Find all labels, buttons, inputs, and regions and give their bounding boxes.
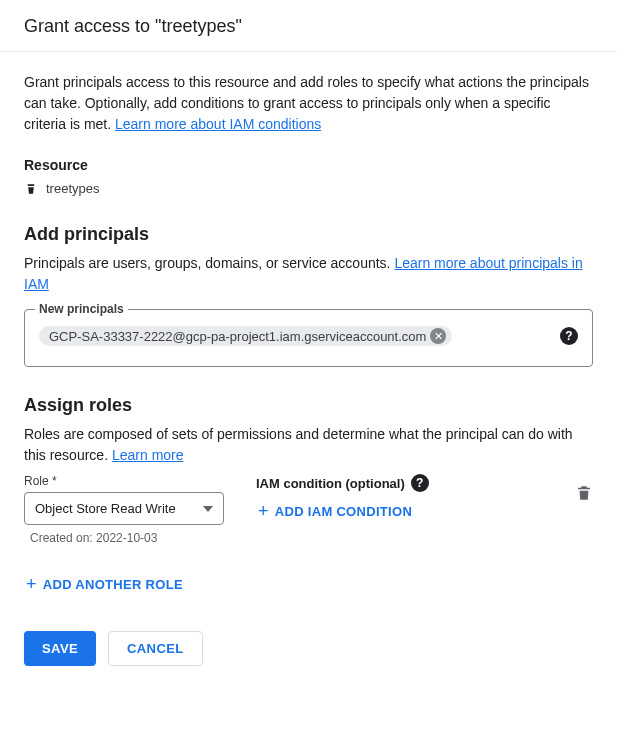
cancel-button[interactable]: CANCEL [108, 631, 203, 666]
principal-chip[interactable]: GCP-SA-33337-2222@gcp-pa-project1.iam.gs… [39, 326, 452, 346]
add-iam-condition-label: ADD IAM CONDITION [275, 504, 412, 519]
add-another-role-label: ADD ANOTHER ROLE [43, 577, 183, 592]
remove-chip-icon[interactable]: ✕ [430, 328, 446, 344]
roles-desc: Roles are composed of sets of permission… [24, 424, 593, 466]
assign-roles-heading: Assign roles [24, 395, 593, 416]
add-iam-condition-button[interactable]: + ADD IAM CONDITION [256, 498, 429, 524]
principals-desc-a: Principals are users, groups, domains, o… [24, 255, 394, 271]
learn-iam-conditions-link[interactable]: Learn more about IAM conditions [115, 116, 321, 132]
bucket-icon [24, 182, 38, 196]
role-select[interactable]: Object Store Read Write [24, 492, 224, 525]
dialog-content: Grant principals access to this resource… [0, 52, 617, 690]
resource-row: treetypes [24, 181, 593, 196]
add-principals-heading: Add principals [24, 224, 593, 245]
principal-chip-text: GCP-SA-33337-2222@gcp-pa-project1.iam.gs… [49, 329, 426, 344]
trash-icon [575, 484, 593, 502]
dialog-title: Grant access to "treetypes" [24, 16, 593, 37]
chevron-down-icon [203, 506, 213, 512]
help-icon[interactable]: ? [411, 474, 429, 492]
save-button[interactable]: SAVE [24, 631, 96, 666]
learn-roles-link[interactable]: Learn more [112, 447, 184, 463]
role-row: Role * Object Store Read Write Created o… [24, 474, 593, 545]
new-principals-field[interactable]: New principals GCP-SA-33337-2222@gcp-pa-… [24, 309, 593, 367]
condition-label: IAM condition (optional) [256, 476, 405, 491]
plus-icon: + [258, 502, 269, 520]
intro-text: Grant principals access to this resource… [24, 72, 593, 135]
help-icon[interactable]: ? [560, 327, 578, 345]
condition-column: IAM condition (optional) ? + ADD IAM CON… [256, 474, 429, 524]
new-principals-label: New principals [35, 302, 128, 316]
roles-desc-a: Roles are composed of sets of permission… [24, 426, 573, 463]
resource-name: treetypes [46, 181, 99, 196]
action-buttons: SAVE CANCEL [24, 631, 593, 666]
delete-role-button[interactable] [575, 474, 593, 505]
role-field-label: Role * [24, 474, 224, 488]
role-column: Role * Object Store Read Write Created o… [24, 474, 224, 545]
role-select-value: Object Store Read Write [35, 501, 176, 516]
condition-label-row: IAM condition (optional) ? [256, 474, 429, 492]
principals-desc: Principals are users, groups, domains, o… [24, 253, 593, 295]
add-another-role-button[interactable]: + ADD ANOTHER ROLE [24, 571, 185, 597]
role-created-text: Created on: 2022-10-03 [30, 531, 224, 545]
resource-heading: Resource [24, 157, 593, 173]
dialog-header: Grant access to "treetypes" [0, 0, 617, 52]
plus-icon: + [26, 575, 37, 593]
